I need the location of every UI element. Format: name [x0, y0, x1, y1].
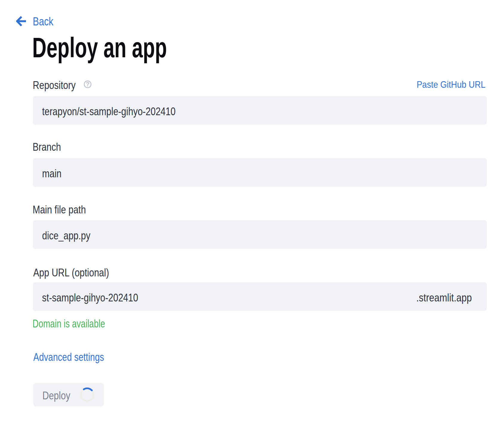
- svg-text:?: ?: [86, 81, 89, 87]
